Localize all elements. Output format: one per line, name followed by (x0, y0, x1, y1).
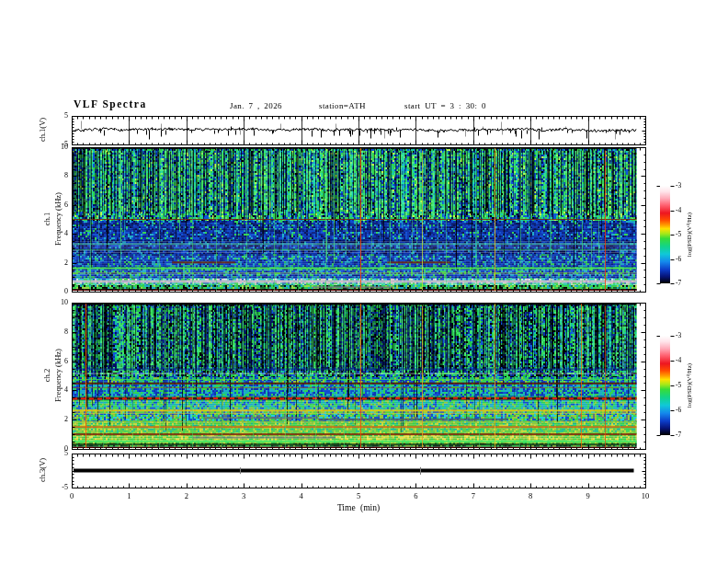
x-tick-label: 10 (636, 492, 654, 500)
colorbar-tick-label: -5 (676, 382, 688, 389)
y-tick-label: 4 (51, 386, 68, 394)
y-tick-label: 0 (51, 288, 68, 295)
colorbar-tick-label: -3 (676, 332, 688, 339)
ch1-volts-axis-label: ch.1(V) (38, 118, 47, 142)
y-tick-label: -5 (51, 484, 68, 491)
x-tick-label: 0 (63, 492, 81, 500)
x-tick-label: 8 (521, 492, 540, 500)
ch3-waveform-panel (72, 454, 645, 488)
y-tick-label: 0 (51, 445, 68, 453)
colorbar-tick-label: -7 (676, 431, 688, 439)
x-tick-label: 6 (406, 492, 425, 500)
x-tick-label: 9 (579, 492, 597, 500)
header-date: Jan. 7 , 2026 (230, 101, 282, 110)
x-tick-label: 4 (292, 492, 311, 500)
colorbar-tick-label: -3 (676, 182, 688, 190)
x-tick-label: 5 (349, 492, 368, 500)
ch1-channel-axis-label: ch.1 (42, 213, 51, 225)
y-tick-label: 6 (51, 201, 68, 209)
ch2-spectrogram-panel (72, 303, 645, 449)
ch1-spectrogram-panel (72, 147, 645, 292)
header-start-ut: start UT = 3 : 30: 0 (404, 101, 486, 110)
colorbar-tick-label: -4 (676, 207, 688, 214)
y-tick-label: 8 (51, 328, 68, 336)
y-tick-label: 2 (51, 259, 68, 267)
x-tick-label: 1 (119, 492, 138, 500)
time-axis-label: Time (min) (303, 503, 414, 512)
ch1-frequency-axis-label: Frequency (kHz) (53, 192, 63, 246)
colorbar-tick-label: -7 (676, 280, 688, 287)
y-tick-label: 6 (51, 358, 68, 365)
page-title: VLF Spectra (74, 98, 147, 109)
colorbar-tick-label: -6 (676, 256, 688, 263)
y-tick-label: 10 (51, 144, 68, 151)
ch3-volts-axis-label: ch.3(V) (38, 458, 47, 482)
y-tick-label: 4 (51, 230, 68, 237)
vlf-spectra-figure: VLF Spectra Jan. 7 , 2026 station=ATH st… (0, 0, 728, 563)
ch1-waveform-panel (72, 116, 645, 144)
colorbar-tick-label: -5 (676, 231, 688, 238)
y-tick-label: 8 (51, 172, 68, 179)
x-tick-label: 3 (234, 492, 253, 500)
y-tick-label: 5 (51, 112, 68, 120)
y-tick-label: 10 (51, 299, 68, 306)
colorbar-tick-label: -4 (676, 357, 688, 364)
x-tick-label: 7 (464, 492, 483, 500)
colorbar-2-gradient (660, 336, 670, 435)
header-station: station=ATH (319, 101, 366, 110)
x-tick-label: 2 (177, 492, 196, 500)
ch2-channel-axis-label: ch.2 (42, 369, 51, 382)
colorbar-1-gradient (660, 186, 670, 283)
y-tick-label: 2 (51, 416, 68, 423)
colorbar-tick-label: -6 (676, 407, 688, 414)
